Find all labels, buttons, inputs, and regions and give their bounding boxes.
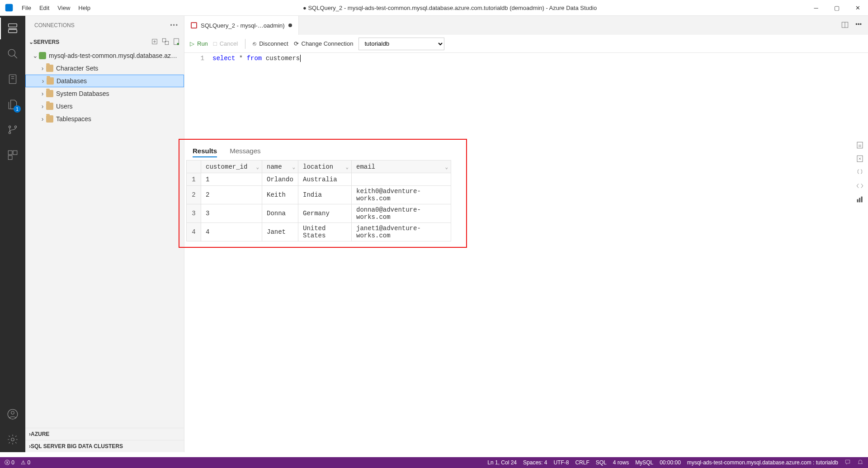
tree-node-users[interactable]: › Users [25, 100, 184, 113]
status-language[interactable]: SQL [596, 459, 607, 466]
cell[interactable]: India [298, 186, 352, 204]
new-connection-button[interactable] [151, 38, 159, 47]
new-group-button[interactable] [161, 38, 170, 47]
table-row[interactable]: 4 4 Janet United States janet1@adventure… [187, 223, 451, 241]
menu-help[interactable]: Help [75, 3, 94, 13]
tree-node-tablespaces[interactable]: › Tablespaces [25, 113, 184, 125]
chart-button[interactable] [855, 195, 864, 204]
svg-point-4 [8, 49, 15, 56]
activity-account[interactable] [0, 402, 25, 427]
sql-editor[interactable]: 1 select * from customers [184, 53, 868, 139]
tree-node-system-databases[interactable]: › System Databases [25, 87, 184, 100]
cell[interactable]: 4 [201, 223, 262, 241]
status-encoding[interactable]: UTF-8 [553, 459, 569, 466]
editor-tab-sqlquery2[interactable]: SQLQuery_2 - mysql-…oadmin) [184, 16, 299, 35]
status-notifications[interactable] [857, 459, 863, 467]
status-errors[interactable]: ⓧ 0 [5, 459, 14, 467]
run-button[interactable]: ▷ Run [190, 40, 208, 47]
toolbar-divider [245, 39, 245, 49]
split-editor-button[interactable] [841, 21, 849, 30]
tab-messages[interactable]: Messages [230, 147, 260, 157]
editor-tabs: SQLQuery_2 - mysql-…oadmin) ••• [184, 16, 868, 35]
section-bigdata[interactable]: › SQL SERVER BIG DATA CLUSTERS [25, 440, 184, 452]
status-spaces[interactable]: Spaces: 4 [523, 459, 547, 466]
cell[interactable]: keith0@adventure-works.com [352, 186, 451, 204]
activity-source-control[interactable] [0, 117, 25, 142]
activity-search[interactable] [0, 41, 25, 66]
cell[interactable]: janet1@adventure-works.com [352, 223, 451, 241]
new-group-icon [161, 38, 170, 46]
status-elapsed[interactable]: 00:00:00 [660, 459, 681, 466]
cell[interactable] [352, 173, 451, 186]
disconnect-button[interactable]: ⎋ Disconnect [253, 40, 288, 47]
cell[interactable]: Australia [298, 173, 352, 186]
status-warnings[interactable]: ⚠ 0 [21, 459, 30, 466]
svg-point-17 [11, 438, 14, 441]
cell[interactable]: Keith [262, 186, 298, 204]
cell[interactable]: 1 [201, 173, 262, 186]
status-servertype[interactable]: MySQL [635, 459, 653, 466]
maximize-button[interactable]: ▢ [826, 0, 847, 16]
tab-results[interactable]: Results [193, 147, 217, 157]
column-header-location[interactable]: location⌄ [298, 161, 352, 173]
status-rowcount[interactable]: 4 rows [613, 459, 629, 466]
tree-node-databases[interactable]: › Databases [25, 75, 184, 87]
activity-settings[interactable] [0, 427, 25, 452]
cell[interactable]: Donna [262, 204, 298, 223]
column-header-name[interactable]: name⌄ [262, 161, 298, 173]
cell[interactable]: United States [298, 223, 352, 241]
activity-explorer[interactable]: 1 [0, 92, 25, 117]
column-header-email[interactable]: email⌄ [352, 161, 451, 173]
new-query-button[interactable] [172, 38, 180, 47]
save-csv-button[interactable] [855, 141, 864, 150]
table-row[interactable]: 1 1 Orlando Australia [187, 173, 451, 186]
folder-icon [46, 90, 53, 97]
cell[interactable]: 2 [201, 186, 262, 204]
cell[interactable]: 3 [201, 204, 262, 223]
tree-node-character-sets[interactable]: › Character Sets [25, 62, 184, 75]
save-xml-button[interactable] [855, 181, 864, 190]
status-cursor-position[interactable]: Ln 1, Col 24 [487, 459, 517, 466]
server-node[interactable]: ⌄ mysql-ads-test-common.mysql.database.a… [25, 49, 184, 62]
chevron-down-icon: ⌄ [32, 52, 39, 59]
tab-label: SQLQuery_2 - mysql-…oadmin) [201, 22, 285, 29]
new-query-icon [172, 38, 180, 46]
save-json-button[interactable] [855, 168, 864, 177]
cell[interactable]: Janet [262, 223, 298, 241]
activity-notebooks[interactable] [0, 66, 25, 92]
disconnect-icon: ⎋ [253, 40, 256, 47]
database-server-icon [39, 52, 46, 59]
activity-connections[interactable] [0, 16, 25, 41]
cell[interactable]: Orlando [262, 173, 298, 186]
line-gutter: 1 [184, 53, 212, 139]
status-eol[interactable]: CRLF [575, 459, 589, 466]
table-row[interactable]: 3 3 Donna Germany donna0@adventure-works… [187, 204, 451, 223]
status-connection[interactable]: mysql-ads-test-common.mysql.database.azu… [687, 459, 838, 466]
cell[interactable]: Germany [298, 204, 352, 223]
cancel-button[interactable]: □ Cancel [213, 40, 238, 47]
svg-point-10 [9, 132, 10, 133]
menu-edit[interactable]: Edit [36, 3, 53, 13]
sql-file-icon [191, 22, 197, 28]
save-csv-icon [856, 141, 864, 149]
sidebar-more-button[interactable]: ••• [170, 22, 179, 28]
chevron-right-icon: › [39, 90, 46, 97]
change-connection-button[interactable]: ⟳ Change Connection [294, 40, 354, 47]
save-excel-button[interactable] [855, 154, 864, 163]
close-button[interactable]: ✕ [847, 0, 868, 16]
minimize-button[interactable]: ─ [806, 0, 826, 16]
editor-more-button[interactable]: ••• [855, 21, 862, 30]
activity-extensions[interactable] [0, 142, 25, 168]
table-row[interactable]: 2 2 Keith India keith0@adventure-works.c… [187, 186, 451, 204]
servers-label: SERVERS [33, 39, 59, 45]
cell[interactable]: donna0@adventure-works.com [352, 204, 451, 223]
status-feedback[interactable] [844, 459, 851, 467]
servers-section-header[interactable]: ⌄ SERVERS [25, 35, 184, 49]
database-select[interactable]: tutorialdb [359, 38, 444, 50]
search-icon [7, 48, 19, 60]
results-grid[interactable]: customer_id⌄ name⌄ location⌄ email⌄ 1 1 … [186, 160, 451, 241]
section-azure[interactable]: › AZURE [25, 428, 184, 440]
column-header-customer-id[interactable]: customer_id⌄ [201, 161, 262, 173]
menu-file[interactable]: File [18, 3, 35, 13]
menu-view[interactable]: View [54, 3, 74, 13]
